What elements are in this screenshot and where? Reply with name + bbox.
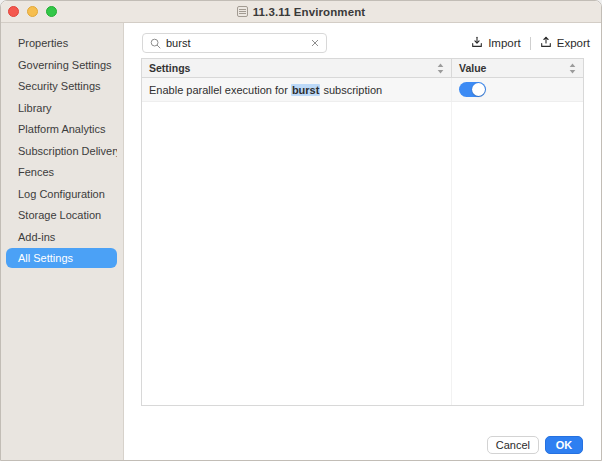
export-button[interactable]: Export <box>540 36 590 50</box>
setting-text-before: Enable parallel execution for <box>149 84 291 96</box>
table-header-row: Settings Value <box>142 59 583 78</box>
export-label: Export <box>557 37 590 49</box>
ok-button[interactable]: OK <box>545 436 583 454</box>
sidebar-item-properties[interactable]: Properties <box>6 33 117 53</box>
search-match-highlight: burst <box>291 84 321 96</box>
sidebar: Properties Governing Settings Security S… <box>1 23 124 460</box>
search-value: burst <box>166 37 306 49</box>
document-proxy-icon <box>237 6 248 17</box>
export-icon <box>540 36 552 50</box>
traffic-lights <box>8 1 57 22</box>
title-wrap: 11.3.11 Environment <box>237 6 365 18</box>
zoom-window-button[interactable] <box>46 6 57 17</box>
search-input[interactable]: burst <box>142 33 327 53</box>
sidebar-item-fences[interactable]: Fences <box>6 162 117 182</box>
column-header-value[interactable]: Value <box>452 59 583 77</box>
settings-column-spacer <box>142 102 452 405</box>
setting-name-cell: Enable parallel execution for burst subs… <box>142 78 452 101</box>
import-button[interactable]: Import <box>471 36 521 50</box>
sort-icon[interactable] <box>437 63 444 74</box>
sidebar-item-storage-location[interactable]: Storage Location <box>6 205 117 225</box>
toggle-switch[interactable] <box>459 82 486 97</box>
search-icon <box>150 38 161 49</box>
main-panel: burst Import <box>124 23 601 460</box>
column-header-settings[interactable]: Settings <box>142 59 452 77</box>
import-label: Import <box>488 37 521 49</box>
table-empty-area <box>142 102 583 405</box>
toolbar-divider <box>530 37 531 50</box>
minimize-window-button[interactable] <box>27 6 38 17</box>
table-row: Enable parallel execution for burst subs… <box>142 78 583 102</box>
sidebar-item-library[interactable]: Library <box>6 98 117 118</box>
sidebar-item-platform-analytics[interactable]: Platform Analytics <box>6 119 117 139</box>
sort-icon[interactable] <box>569 63 576 74</box>
setting-text-after: subscription <box>320 84 382 96</box>
window: 11.3.11 Environment Properties Governing… <box>0 0 602 461</box>
window-title: 11.3.11 Environment <box>253 6 365 18</box>
toggle-knob <box>472 83 485 96</box>
sidebar-item-log-configuration[interactable]: Log Configuration <box>6 184 117 204</box>
settings-table: Settings Value E <box>141 58 584 406</box>
close-window-button[interactable] <box>8 6 19 17</box>
clear-search-icon[interactable] <box>311 39 319 47</box>
sidebar-item-subscription-delivery[interactable]: Subscription Delivery <box>6 141 117 161</box>
import-export-group: Import Export <box>471 36 590 50</box>
value-header-label: Value <box>459 62 486 74</box>
sidebar-item-governing-settings[interactable]: Governing Settings <box>6 55 117 75</box>
sidebar-item-add-ins[interactable]: Add-ins <box>6 227 117 247</box>
sidebar-item-security-settings[interactable]: Security Settings <box>6 76 117 96</box>
titlebar: 11.3.11 Environment <box>1 1 601 23</box>
top-row: burst Import <box>142 33 590 53</box>
import-icon <box>471 36 483 50</box>
setting-value-cell <box>452 78 583 101</box>
cancel-button[interactable]: Cancel <box>487 436 539 454</box>
settings-header-label: Settings <box>149 62 190 74</box>
sidebar-item-all-settings[interactable]: All Settings <box>6 248 117 268</box>
footer-actions: Cancel OK <box>487 436 583 454</box>
